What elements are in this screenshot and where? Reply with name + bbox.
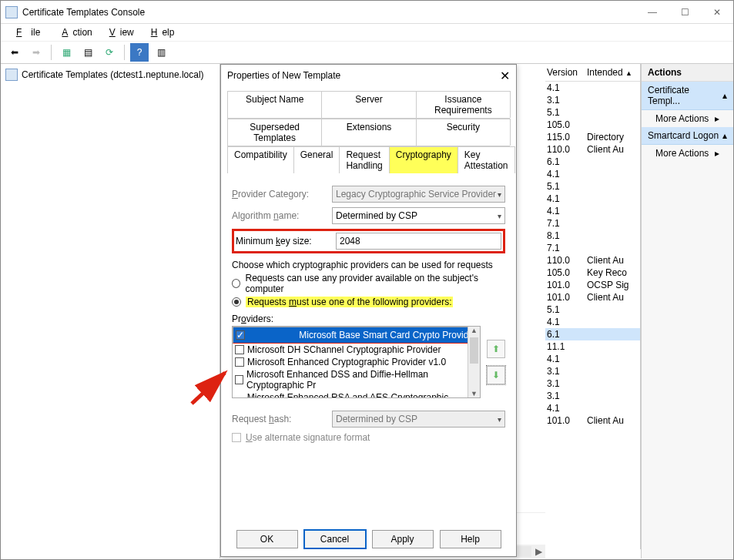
tab-superseded[interactable]: Superseded Templates [227,119,322,146]
list-row[interactable]: 3.1 [545,390,640,402]
list-row[interactable]: 4.1 [545,82,640,94]
dialog-title: Properties of New Template [227,70,340,81]
list-row[interactable]: 3.1 [545,94,640,106]
provider-item[interactable]: Microsoft DH SChannel Cryptographic Prov… [233,344,480,356]
tab-subject-name[interactable]: Subject Name [227,91,322,118]
list-row[interactable]: 4.1 [545,316,640,328]
properties-dialog: Properties of New Template ✕ Subject Nam… [220,64,517,557]
tab-security[interactable]: Security [416,119,511,146]
provider-item[interactable]: Microsoft Enhanced Cryptographic Provide… [233,356,480,368]
menu-view[interactable]: View [100,25,139,39]
tab-server[interactable]: Server [321,91,416,118]
apply-button[interactable]: Apply [372,530,434,548]
version-list[interactable]: Version Intended ▲ 4.13.15.1105.0115.0Di… [545,64,641,549]
provider-item-selected[interactable]: ✓ Microsoft Base Smart Card Crypto Provi… [233,327,480,344]
algorithm-name-select[interactable]: Determined by CSP ▾ [332,207,505,224]
list-row[interactable]: 105.0Key Reco [545,267,640,279]
list-row[interactable]: 4.1 [545,402,640,414]
forward-button[interactable]: ➡ [27,43,45,62]
provider-item[interactable]: Microsoft Enhanced RSA and AES Cryptogra… [233,391,480,398]
list-row[interactable]: 4.1 [545,353,640,365]
tab-cryptography[interactable]: Cryptography [389,146,458,173]
provider-category-select: Legacy Cryptographic Service Provider ▾ [332,186,505,203]
list-row[interactable]: 3.1 [545,365,640,377]
menu-help[interactable]: Help [142,25,179,39]
menu-action[interactable]: Action [52,25,96,39]
actions-section-smartcard[interactable]: Smartcard Logon ▴ [642,127,733,145]
chevron-right-icon: ▸ [715,113,719,124]
providers-scrollbar[interactable]: ▲ ▼ [468,327,480,397]
minimum-key-size-input[interactable] [336,233,501,250]
back-button[interactable]: ⬅ [5,43,24,62]
toolbar-icon-2[interactable]: ▤ [79,43,97,62]
list-row[interactable]: 6.1 [545,156,640,168]
dialog-titlebar: Properties of New Template ✕ [221,65,516,86]
help-icon[interactable]: ? [130,43,149,62]
checkbox-icon[interactable] [235,375,243,384]
radio-any-provider[interactable]: Requests can use any provider available … [232,273,505,294]
actions-more-2[interactable]: More Actions ▸ [642,145,733,162]
list-row[interactable]: 3.1 [545,377,640,390]
col-intended[interactable]: Intended ▲ [585,64,640,82]
tree-root[interactable]: Certificate Templates (dctest1.neptune.l… [2,67,218,82]
scroll-right-icon[interactable]: ▶ [531,546,545,557]
list-row[interactable]: 105.0 [545,119,640,131]
list-row[interactable]: 7.1 [545,217,640,230]
help-button[interactable]: Help [440,530,501,548]
providers-listbox[interactable]: ✓ Microsoft Base Smart Card Crypto Provi… [232,326,481,398]
collapse-icon[interactable]: ▴ [722,130,727,141]
providers-label: Providers: [232,314,505,324]
list-row[interactable]: 4.1 [545,168,640,180]
list-header[interactable]: Version Intended ▲ [545,64,640,82]
move-up-button[interactable]: ⬆ [487,340,505,358]
list-row[interactable]: 110.0Client Au [545,143,640,156]
radio-icon [232,279,240,288]
tab-extensions[interactable]: Extensions [321,119,416,146]
maximize-button[interactable]: ☐ [669,2,701,23]
close-button[interactable]: ✕ [701,2,733,23]
minimize-button[interactable]: — [636,2,669,23]
ok-button[interactable]: OK [236,530,298,548]
dialog-close-button[interactable]: ✕ [500,69,510,83]
list-row[interactable]: 5.1 [545,180,640,193]
checkbox-icon[interactable] [235,357,244,367]
list-row[interactable]: 101.0OCSP Sig [545,279,640,291]
checkbox-icon[interactable] [235,345,244,354]
minimum-key-size-label: Minimum key size: [236,236,336,246]
actions-pane: Actions Certificate Templ... ▴ More Acti… [641,64,733,558]
list-row[interactable]: 101.0Client Au [545,414,640,427]
tab-key-attestation[interactable]: Key Attestation [457,146,515,173]
refresh-icon[interactable]: ⟳ [100,43,119,62]
cancel-button[interactable]: Cancel [304,530,366,548]
list-row[interactable]: 4.1 [545,193,640,205]
list-row[interactable]: 4.1 [545,205,640,217]
tree-pane: Certificate Templates (dctest1.neptune.l… [1,64,220,558]
request-hash-select: Determined by CSP ▾ [332,411,505,428]
col-version[interactable]: Version [545,64,585,82]
list-row[interactable]: 110.0Client Au [545,254,640,267]
list-row[interactable]: 115.0Directory [545,131,640,143]
actions-more-1[interactable]: More Actions ▸ [642,110,733,127]
toolbar-icon-3[interactable]: ▥ [152,43,170,62]
radio-must-use-providers[interactable]: Requests must use one of the following p… [232,297,505,307]
move-down-button[interactable]: ⬇ [487,366,505,384]
list-row[interactable]: 6.1 [545,328,640,340]
list-row[interactable]: 7.1 [545,242,640,254]
list-row[interactable]: 5.1 [545,106,640,119]
collapse-icon[interactable]: ▴ [722,90,727,101]
list-row[interactable]: 101.0Client Au [545,291,640,303]
actions-section-templates[interactable]: Certificate Templ... ▴ [642,82,733,110]
tab-general[interactable]: General [293,146,340,173]
checkbox-icon[interactable]: ✓ [236,330,245,340]
chevron-right-icon: ▸ [715,148,719,159]
menu-file[interactable]: File [7,25,49,39]
provider-item[interactable]: Microsoft Enhanced DSS and Diffie-Hellma… [233,368,480,391]
list-row[interactable]: 5.1 [545,303,640,316]
tab-issuance[interactable]: Issuance Requirements [416,91,511,118]
toolbar-icon-1[interactable]: ▦ [57,43,75,62]
content-pane: Version Intended ▲ 4.13.15.1105.0115.0Di… [220,64,641,558]
tab-compatibility[interactable]: Compatibility [227,146,294,173]
tab-request-handling[interactable]: Request Handling [339,146,389,173]
list-row[interactable]: 11.1 [545,340,640,353]
list-row[interactable]: 8.1 [545,230,640,242]
